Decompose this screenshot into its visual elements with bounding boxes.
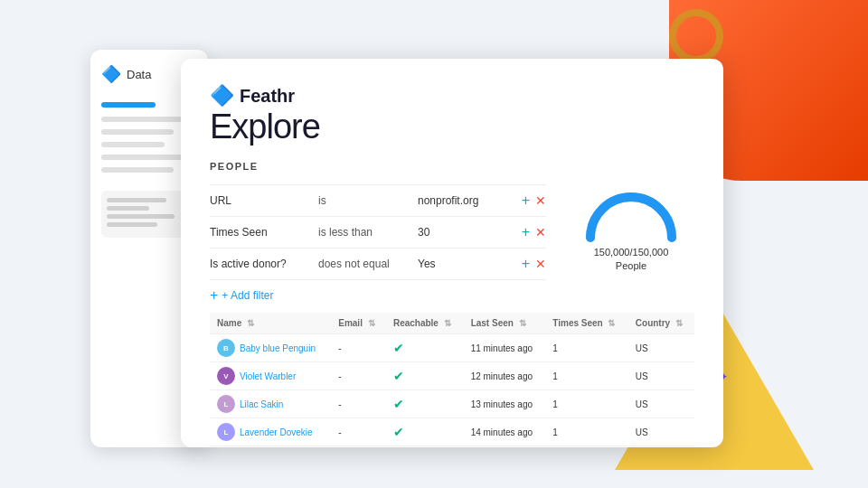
feathr-logo: 🔷 Feathr: [210, 84, 694, 108]
table-row[interactable]: LLavender Dovekie-✔14 minutes ago1US: [210, 418, 694, 446]
sidebar-section-bar-3: [107, 214, 175, 219]
cell-country: US: [628, 362, 694, 390]
cell-email: -: [331, 418, 386, 446]
gauge-svg: [581, 188, 681, 242]
cell-reachable: ⊖: [386, 446, 464, 448]
sidebar-section-bar-2: [107, 206, 149, 211]
cell-email: -: [331, 334, 386, 362]
filter-add-donor[interactable]: +: [522, 256, 530, 272]
cell-email: -: [331, 362, 386, 390]
reachable-check-icon: ✔: [393, 397, 404, 411]
add-filter-button[interactable]: + + Add filter: [210, 287, 546, 304]
cell-last-seen: 13 minutes ago: [464, 390, 546, 418]
filter-section: URL is nonprofit.org + ✕ Times Seen is l…: [210, 184, 694, 304]
sidebar-active-item[interactable]: [101, 102, 156, 108]
filter-field-times-seen: Times Seen: [210, 226, 318, 239]
filter-value-url: nonprofit.org: [418, 194, 522, 207]
filter-row-url: URL is nonprofit.org + ✕: [210, 184, 546, 217]
sidebar-item-4[interactable]: [101, 155, 183, 160]
filter-row-donor: Is active donor? does not equal Yes + ✕: [210, 249, 546, 280]
add-filter-plus-icon: +: [210, 287, 218, 304]
sort-icon-email[interactable]: ⇅: [368, 318, 375, 328]
table-header-row: Name ⇅ Email ⇅ Reachable ⇅ Last Seen ⇅ T…: [210, 313, 694, 334]
sidebar-section-bar-4: [107, 222, 157, 227]
filter-remove-times-seen[interactable]: ✕: [535, 225, 546, 239]
data-table: Name ⇅ Email ⇅ Reachable ⇅ Last Seen ⇅ T…: [210, 313, 694, 447]
device-container: 🔷 Data 🔷 Feathr Ex: [90, 50, 705, 456]
table-body: BBaby blue Penguin-✔11 minutes ago1USVVi…: [210, 334, 694, 448]
filter-table: URL is nonprofit.org + ✕ Times Seen is l…: [210, 184, 546, 304]
filter-value-times-seen: 30: [418, 226, 522, 239]
cell-last-seen: 12 minutes ago: [464, 362, 546, 390]
sidebar-item-3[interactable]: [101, 142, 165, 147]
cell-last-seen: 14 minutes ago: [464, 418, 546, 446]
section-label: PEOPLE: [210, 161, 694, 172]
person-name-link[interactable]: Lavender Dovekie: [240, 427, 313, 437]
col-header-email: Email ⇅: [331, 313, 386, 334]
table-row[interactable]: VViolet Warbler-✔12 minutes ago1US: [210, 362, 694, 390]
cell-name: VViolet Warbler: [210, 362, 331, 390]
cell-country: US: [628, 334, 694, 362]
reachable-check-icon: ✔: [393, 341, 404, 355]
gauge-label: People: [616, 260, 646, 271]
cell-last-seen: 14 minutes ago: [464, 446, 546, 448]
table-row[interactable]: OOlive Albatross-⊖14 minutes ago1US: [210, 446, 694, 448]
main-card: 🔷 Feathr Explore PEOPLE URL is nonprofit…: [181, 59, 723, 447]
filter-remove-url[interactable]: ✕: [535, 193, 546, 208]
cell-country: US: [628, 418, 694, 446]
cell-name: OOlive Albatross: [210, 446, 331, 448]
cell-times-seen: 1: [545, 390, 628, 418]
sort-icon-reachable[interactable]: ⇅: [444, 318, 451, 328]
filter-field-donor: Is active donor?: [210, 258, 318, 270]
cell-times-seen: 1: [545, 418, 628, 446]
cell-times-seen: 1: [545, 362, 628, 390]
person-name-link[interactable]: Violet Warbler: [240, 371, 296, 381]
reachable-check-icon: ✔: [393, 369, 404, 383]
cell-reachable: ✔: [386, 362, 464, 390]
cell-times-seen: 1: [545, 334, 628, 362]
cell-country: US: [628, 446, 694, 448]
cell-times-seen: 1: [545, 446, 628, 448]
cell-reachable: ✔: [386, 334, 464, 362]
filter-actions-times-seen: + ✕: [522, 224, 546, 240]
cell-reachable: ✔: [386, 390, 464, 418]
gauge-value: 150,000/150,000: [594, 247, 669, 258]
sort-icon-times-seen[interactable]: ⇅: [608, 318, 615, 328]
filter-operator-url: is: [318, 194, 418, 207]
filter-field-url: URL: [210, 194, 318, 207]
add-filter-label: + Add filter: [222, 289, 273, 302]
table-row[interactable]: BBaby blue Penguin-✔11 minutes ago1US: [210, 334, 694, 362]
page-title: Explore: [210, 108, 694, 146]
cell-country: US: [628, 390, 694, 418]
sort-icon-last-seen[interactable]: ⇅: [519, 318, 526, 328]
cell-name: LLavender Dovekie: [210, 418, 331, 446]
gauge-container: 150,000/150,000 People: [568, 184, 694, 304]
sidebar-item-1[interactable]: [101, 117, 183, 122]
cell-name: LLilac Sakin: [210, 390, 331, 418]
col-header-reachable: Reachable ⇅: [386, 313, 464, 334]
filter-add-url[interactable]: +: [522, 192, 530, 209]
feathr-logo-text: Feathr: [240, 86, 295, 107]
main-content: 🔷 Feathr Explore PEOPLE URL is nonprofit…: [181, 59, 723, 447]
filter-add-times-seen[interactable]: +: [522, 224, 530, 240]
filter-operator-donor: does not equal: [318, 258, 418, 270]
sidebar-section-bar-1: [107, 198, 166, 202]
filter-operator-times-seen: is less than: [318, 226, 418, 239]
sort-icon-country[interactable]: ⇅: [675, 318, 683, 328]
sidebar-logo-icon: 🔷: [101, 64, 121, 84]
sidebar-item-5[interactable]: [101, 167, 174, 173]
feathr-logo-icon: 🔷: [210, 84, 234, 108]
col-header-last-seen: Last Seen ⇅: [464, 313, 546, 334]
person-name-link[interactable]: Lilac Sakin: [240, 399, 283, 409]
person-name-link[interactable]: Baby blue Penguin: [240, 343, 316, 353]
col-header-country: Country ⇅: [628, 313, 694, 334]
cell-name: BBaby blue Penguin: [210, 334, 331, 362]
table-row[interactable]: LLilac Sakin-✔13 minutes ago1US: [210, 390, 694, 418]
filter-remove-donor[interactable]: ✕: [535, 257, 546, 271]
filter-actions-url: + ✕: [522, 192, 546, 209]
sort-icon-name[interactable]: ⇅: [247, 318, 254, 328]
filter-row-times-seen: Times Seen is less than 30 + ✕: [210, 217, 546, 249]
sidebar-item-2[interactable]: [101, 129, 174, 135]
cell-email: -: [331, 390, 386, 418]
reachable-check-icon: ✔: [393, 425, 404, 439]
